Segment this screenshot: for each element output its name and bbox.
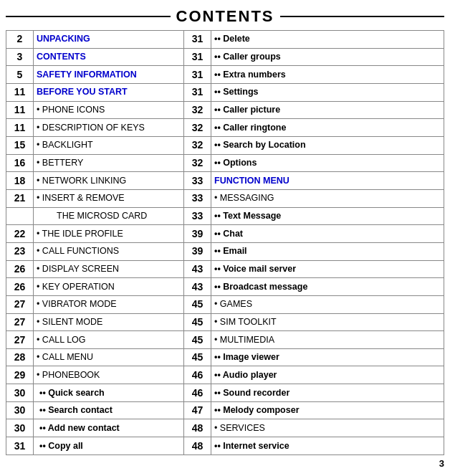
page-num-right: 43 xyxy=(184,260,211,278)
entry-label-right: •• Text Message xyxy=(211,207,444,225)
page: CONTENTS 2UNPACKING31•• Delete3CONTENTS3… xyxy=(0,0,450,476)
page-number: 3 xyxy=(6,458,444,469)
table-row: 27• CALL LOG45• MULTIMEDIA xyxy=(6,331,444,349)
entry-label-right: •• Audio player xyxy=(211,366,444,384)
page-num-left: 29 xyxy=(6,366,34,384)
entry-label-left: • BACKLIGHT xyxy=(34,136,184,154)
table-row: 26• DISPLAY SCREEN43•• Voice mail server xyxy=(6,260,444,278)
entry-label-left: BEFORE YOU START xyxy=(34,83,184,101)
page-num-left: 31 xyxy=(6,437,34,455)
page-num-right: 31 xyxy=(184,31,211,49)
page-num-right: 32 xyxy=(184,154,211,172)
page-num-left: 27 xyxy=(6,295,34,313)
page-num-right: 46 xyxy=(184,366,211,384)
entry-label-right: •• Internet service xyxy=(211,437,444,455)
entry-label-right: FUNCTION MENU xyxy=(211,172,444,190)
entry-label-left: CONTENTS xyxy=(34,48,184,66)
table-row: 29• PHONEBOOK46•• Audio player xyxy=(6,366,444,384)
page-num-right: 43 xyxy=(184,278,211,296)
entry-label-right: • MULTIMEDIA xyxy=(211,331,444,349)
table-row: THE MICROSD CARD33•• Text Message xyxy=(6,207,444,225)
page-num-right: 33 xyxy=(184,172,211,190)
page-num-left: 22 xyxy=(6,225,34,243)
table-row: 11• PHONE ICONS32•• Caller picture xyxy=(6,101,444,119)
page-num-left: 28 xyxy=(6,348,34,366)
page-num-right: 32 xyxy=(184,101,211,119)
entry-label-left: UNPACKING xyxy=(34,31,184,49)
page-num-left: 26 xyxy=(6,278,34,296)
table-row: 21• INSERT & REMOVE33• MESSAGING xyxy=(6,189,444,207)
page-num-left: 30 xyxy=(6,419,34,437)
table-row: 3CONTENTS31•• Caller groups xyxy=(6,48,444,66)
page-num-left: 11 xyxy=(6,101,34,119)
entry-label-right: • MESSAGING xyxy=(211,189,444,207)
entry-label-right: •• Search by Location xyxy=(211,136,444,154)
page-num-left: 2 xyxy=(6,31,34,49)
entry-label-left: • KEY OPERATION xyxy=(34,278,184,296)
entry-label-left: THE MICROSD CARD xyxy=(34,207,184,225)
page-num-left: 11 xyxy=(6,119,34,137)
entry-label-left: •• Add new contact xyxy=(34,419,184,437)
entry-label-right: •• Extra numbers xyxy=(211,66,444,84)
contents-table: 2UNPACKING31•• Delete3CONTENTS31•• Calle… xyxy=(6,30,444,455)
page-title: CONTENTS xyxy=(176,7,274,26)
entry-label-right: •• Caller groups xyxy=(211,48,444,66)
entry-label-left: • THE IDLE PROFILE xyxy=(34,225,184,243)
entry-label-right: • GAMES xyxy=(211,295,444,313)
page-num-left: 11 xyxy=(6,83,34,101)
table-row: 30•• Search contact47•• Melody composer xyxy=(6,401,444,419)
table-row: 26• KEY OPERATION43•• Broadcast message xyxy=(6,278,444,296)
table-row: 22• THE IDLE PROFILE39•• Chat xyxy=(6,225,444,243)
entry-label-left: • SILENT MODE xyxy=(34,313,184,331)
entry-label-right: •• Email xyxy=(211,242,444,260)
entry-label-left: • CALL LOG xyxy=(34,331,184,349)
page-num-left: 30 xyxy=(6,384,34,402)
entry-label-right: •• Sound recorder xyxy=(211,384,444,402)
entry-label-left: • DESCRIPTION OF KEYS xyxy=(34,119,184,137)
page-num-left: 16 xyxy=(6,154,34,172)
page-num-right: 45 xyxy=(184,295,211,313)
table-row: 27• VIBRATOR MODE45• GAMES xyxy=(6,295,444,313)
title-line-right xyxy=(280,16,445,17)
title-line-left xyxy=(6,16,171,17)
page-num-right: 31 xyxy=(184,83,211,101)
entry-label-right: •• Options xyxy=(211,154,444,172)
page-num-right: 33 xyxy=(184,207,211,225)
page-num-right: 47 xyxy=(184,401,211,419)
page-num-left: 26 xyxy=(6,260,34,278)
entry-label-left: •• Quick search xyxy=(34,384,184,402)
page-num-right: 39 xyxy=(184,242,211,260)
entry-label-right: •• Delete xyxy=(211,31,444,49)
entry-label-left: SAFETY INFORMATION xyxy=(34,66,184,84)
page-num-right: 31 xyxy=(184,48,211,66)
page-num-left: 3 xyxy=(6,48,34,66)
page-num-right: 46 xyxy=(184,384,211,402)
table-row: 23• CALL FUNCTIONS39•• Email xyxy=(6,242,444,260)
page-num-right: 45 xyxy=(184,313,211,331)
table-row: 30•• Add new contact48• SERVICES xyxy=(6,419,444,437)
table-row: 31•• Copy all48•• Internet service xyxy=(6,437,444,455)
entry-label-right: •• Caller ringtone xyxy=(211,119,444,137)
table-row: 5SAFETY INFORMATION31•• Extra numbers xyxy=(6,66,444,84)
entry-label-right: • SIM TOOLKIT xyxy=(211,313,444,331)
table-row: 18• NETWORK LINKING33FUNCTION MENU xyxy=(6,172,444,190)
page-num-right: 32 xyxy=(184,136,211,154)
table-row: 11• DESCRIPTION OF KEYS32•• Caller ringt… xyxy=(6,119,444,137)
entry-label-right: •• Melody composer xyxy=(211,401,444,419)
entry-label-left: • BETTERY xyxy=(34,154,184,172)
table-row: 16• BETTERY32•• Options xyxy=(6,154,444,172)
page-num-right: 33 xyxy=(184,189,211,207)
table-row: 15• BACKLIGHT32•• Search by Location xyxy=(6,136,444,154)
entry-label-right: •• Image viewer xyxy=(211,348,444,366)
page-num-left: 15 xyxy=(6,136,34,154)
page-num-left: 30 xyxy=(6,401,34,419)
page-num-left: 18 xyxy=(6,172,34,190)
entry-label-left: • PHONEBOOK xyxy=(34,366,184,384)
entry-label-right: •• Broadcast message xyxy=(211,278,444,296)
page-num-left xyxy=(6,207,34,225)
page-num-right: 48 xyxy=(184,437,211,455)
page-num-left: 23 xyxy=(6,242,34,260)
entry-label-left: •• Copy all xyxy=(34,437,184,455)
entry-label-left: • CALL FUNCTIONS xyxy=(34,242,184,260)
entry-label-left: • NETWORK LINKING xyxy=(34,172,184,190)
